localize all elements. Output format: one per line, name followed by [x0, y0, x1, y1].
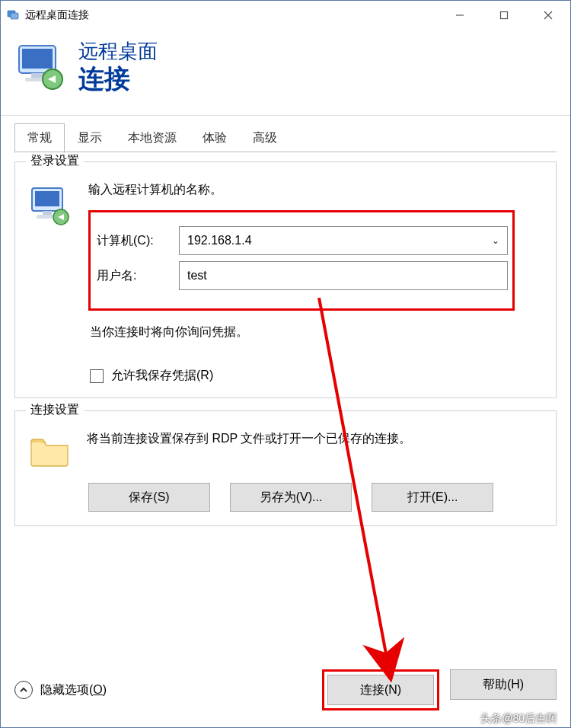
save-credentials-checkbox[interactable]: [90, 369, 104, 383]
folder-icon: [29, 434, 70, 468]
username-input[interactable]: test: [179, 261, 508, 290]
header-line2: 连接: [78, 62, 158, 97]
credentials-note: 当你连接时将向你询问凭据。: [90, 324, 542, 340]
svg-rect-1: [11, 13, 18, 19]
header: 远程桌面 连接: [1, 29, 570, 115]
header-line1: 远程桌面: [78, 38, 158, 65]
login-legend: 登录设置: [26, 153, 84, 169]
connect-button[interactable]: 连接(N): [327, 675, 434, 705]
tab-general[interactable]: 常规: [14, 123, 65, 153]
tab-underline: [14, 152, 557, 152]
chevron-down-icon: ⌄: [492, 235, 499, 246]
header-text: 远程桌面 连接: [78, 38, 158, 97]
close-button[interactable]: [526, 1, 570, 29]
tab-content: 登录设置 输入远程计算机的名称。: [1, 152, 570, 552]
svg-rect-13: [43, 211, 52, 215]
chevron-up-icon: [14, 681, 33, 699]
open-button[interactable]: 打开(E)...: [372, 483, 493, 512]
tab-display[interactable]: 显示: [65, 123, 115, 153]
tab-local-resources[interactable]: 本地资源: [115, 123, 190, 153]
saveas-button[interactable]: 另存为(V)...: [230, 483, 352, 512]
username-label: 用户名:: [95, 268, 179, 284]
rdc-header-icon: [14, 41, 68, 94]
tab-experience[interactable]: 体验: [190, 123, 240, 153]
computer-combobox[interactable]: 192.168.1.4 ⌄: [179, 226, 508, 255]
app-icon: [7, 9, 19, 21]
hide-options-label: 隐藏选项(O): [40, 682, 107, 698]
login-fieldset: 登录设置 输入远程计算机的名称。: [14, 161, 557, 398]
watermark: 头条@80后生啊: [480, 712, 557, 726]
connection-legend: 连接设置: [26, 402, 84, 418]
login-prompt: 输入远程计算机的名称。: [88, 182, 542, 198]
highlight-credentials-box: 计算机(C): 192.168.1.4 ⌄ 用户名: test: [88, 210, 515, 311]
computer-label: 计算机(C):: [95, 233, 179, 249]
computer-value: 192.168.1.4: [187, 234, 252, 247]
computer-icon: [29, 185, 72, 228]
username-value: test: [187, 269, 207, 283]
rdc-window: 远程桌面连接 远程桌面 连接 常规 显示 本地资源 体验: [0, 0, 571, 728]
highlight-connect-box: 连接(N): [322, 669, 439, 710]
connection-desc: 将当前连接设置保存到 RDP 文件或打开一个已保存的连接。: [87, 431, 542, 447]
tab-advanced[interactable]: 高级: [240, 123, 290, 153]
connection-fieldset: 连接设置 将当前连接设置保存到 RDP 文件或打开一个已保存的连接。 保存(S)…: [14, 410, 557, 526]
hide-options-button[interactable]: 隐藏选项(O): [14, 681, 107, 699]
save-credentials-label: 允许我保存凭据(R): [111, 368, 213, 384]
maximize-button[interactable]: [482, 1, 526, 29]
svg-rect-8: [31, 73, 43, 78]
svg-rect-3: [501, 11, 508, 18]
window-title: 远程桌面连接: [25, 8, 438, 22]
window-controls: [438, 1, 570, 29]
save-button[interactable]: 保存(S): [88, 483, 210, 512]
svg-rect-12: [35, 191, 59, 206]
titlebar: 远程桌面连接: [1, 1, 570, 29]
minimize-button[interactable]: [438, 1, 482, 29]
save-credentials-row[interactable]: 允许我保存凭据(R): [90, 368, 542, 384]
svg-rect-7: [22, 49, 53, 69]
tabs: 常规 显示 本地资源 体验 高级: [1, 116, 570, 152]
help-button[interactable]: 帮助(H): [450, 669, 557, 700]
